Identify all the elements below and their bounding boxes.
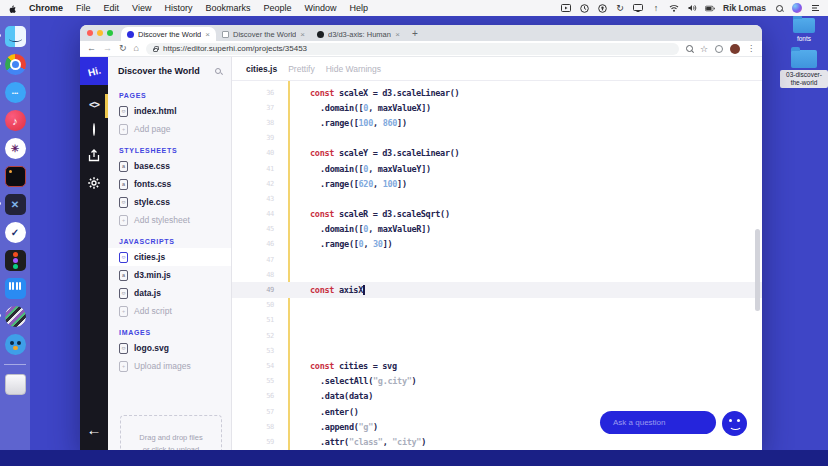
tab-superhi-editor[interactable]: Discover the World - Superhi × (121, 27, 216, 41)
code-line-45[interactable]: 45.domain([0, maxValueR]) (232, 222, 762, 237)
code-line-50[interactable]: 50 (232, 298, 762, 313)
code-view-icon[interactable]: <> (89, 99, 99, 110)
menu-people[interactable]: People (263, 3, 291, 13)
code-line-36[interactable]: 36const scaleX = d3.scaleLinear() (232, 85, 762, 100)
file-logo-svg[interactable]: ☺logo.svg (108, 339, 231, 357)
profile-avatar[interactable] (730, 44, 740, 54)
code-line-39[interactable]: 39 (232, 131, 762, 146)
desktop-folder-fonts[interactable]: fonts (776, 18, 828, 42)
zoom-level-icon[interactable] (686, 45, 693, 52)
hide-warnings-button[interactable]: Hide Warnings (326, 64, 381, 74)
code-line-40[interactable]: 40const scaleY = d3.scaleLinear() (232, 146, 762, 161)
menu-history[interactable]: History (164, 3, 192, 13)
add-stylesheet-button[interactable]: +Add stylesheet (108, 211, 231, 229)
editor-scrollbar[interactable] (755, 229, 760, 311)
code-line-41[interactable]: 41.domain([0, maxValueY]) (232, 161, 762, 176)
bird-app-icon[interactable] (5, 334, 26, 355)
back-arrow-button[interactable]: ← (80, 421, 108, 438)
code-line-52[interactable]: 52 (232, 328, 762, 343)
code-line-47[interactable]: 47 (232, 252, 762, 267)
settings-gear-icon[interactable] (87, 176, 101, 190)
apple-menu-icon[interactable] (8, 4, 17, 13)
file-dropzone[interactable]: Drag and drop files or click to upload (120, 415, 222, 450)
file-d3-min-js[interactable]: ad3.min.js (108, 266, 231, 284)
chrome-icon[interactable] (5, 54, 26, 75)
preview-eye-icon[interactable] (93, 124, 95, 135)
vinyl-app-icon[interactable] (5, 306, 26, 327)
reload-icon[interactable]: ↻ (119, 44, 127, 53)
desktop-folder-project[interactable]: 03-discover-the-world (776, 50, 828, 89)
home-icon[interactable]: ⌂ (134, 44, 139, 53)
code-line-55[interactable]: 55.selectAll("g.city") (232, 374, 762, 389)
music-icon[interactable]: ♪ (5, 110, 26, 131)
figma-icon[interactable] (5, 250, 26, 271)
minimize-window-button[interactable] (97, 30, 103, 36)
code-line-43[interactable]: 43 (232, 191, 762, 206)
code-line-42[interactable]: 42.range([620, 100]) (232, 176, 762, 191)
close-window-button[interactable] (87, 30, 93, 36)
file-fonts-css[interactable]: afonts.css (108, 175, 231, 193)
tab-close-icon[interactable]: × (205, 30, 210, 39)
spotlight-icon[interactable] (774, 3, 784, 13)
code-line-44[interactable]: 44const scaleR = d3.scaleSqrt() (232, 207, 762, 222)
code-line-37[interactable]: 37.domain([0, maxValueX]) (232, 100, 762, 115)
messages-icon[interactable] (5, 82, 26, 103)
finder-icon[interactable] (5, 26, 26, 47)
display-icon[interactable] (633, 3, 643, 13)
file-base-css[interactable]: abase.css (108, 157, 231, 175)
tab-close-icon[interactable]: × (300, 30, 305, 39)
prettify-button[interactable]: Prettify (288, 64, 314, 74)
menu-app-name[interactable]: Chrome (29, 3, 63, 13)
upload-images-button[interactable]: +Upload images (108, 357, 231, 375)
checkmark-app-icon[interactable]: ✓ (5, 222, 26, 243)
code-x-app-icon[interactable]: ✕ (5, 194, 26, 215)
password-manager-icon[interactable] (597, 3, 607, 13)
file-cities-js[interactable]: ☺cities.js (108, 248, 231, 266)
bookmark-star-icon[interactable]: ☆ (700, 44, 708, 54)
code-line-38[interactable]: 38.range([100, 860]) (232, 115, 762, 130)
superhi-logo[interactable]: Hi. (80, 57, 108, 85)
new-tab-button[interactable]: + (412, 28, 418, 39)
code-line-48[interactable]: 48 (232, 267, 762, 282)
code-line-54[interactable]: 54const cities = svg (232, 358, 762, 373)
tab-discover-world[interactable]: Discover the World × (216, 27, 311, 41)
arrow-up-icon[interactable]: ↑ (651, 3, 661, 13)
menu-file[interactable]: File (76, 3, 91, 13)
code-line-53[interactable]: 53 (232, 343, 762, 358)
file-data-js[interactable]: ☺data.js (108, 284, 231, 302)
ask-question-button[interactable]: Ask a question (600, 411, 716, 434)
notification-center-icon[interactable] (810, 3, 820, 13)
menu-window[interactable]: Window (304, 3, 336, 13)
address-bar[interactable]: https://editor.superhi.com/projects/3545… (146, 43, 679, 55)
sync-icon[interactable]: ↻ (615, 3, 625, 13)
help-smiley-button[interactable] (722, 411, 747, 436)
wifi-icon[interactable] (669, 3, 679, 13)
extension-icon[interactable] (715, 45, 723, 53)
forward-icon[interactable]: → (103, 44, 112, 53)
file-style-css[interactable]: ☺style.css (108, 193, 231, 211)
zoom-window-button[interactable] (107, 30, 113, 36)
code-line-46[interactable]: 46.range([0, 30]) (232, 237, 762, 252)
screen-icon[interactable] (561, 3, 571, 13)
code-line-56[interactable]: 56.data(data) (232, 389, 762, 404)
search-icon[interactable] (215, 68, 221, 74)
volume-icon[interactable] (687, 3, 697, 13)
tab-d3-axis-docs[interactable]: d3/d3-axis: Human-readabl × (311, 27, 406, 41)
add-script-button[interactable]: +Add script (108, 302, 231, 320)
chrome-menu-icon[interactable]: ⋮ (747, 44, 755, 53)
url-text[interactable]: https://editor.superhi.com/projects/3545… (163, 44, 307, 53)
intercom-icon[interactable] (5, 278, 26, 299)
file-index-html[interactable]: ☺index.html (108, 102, 231, 120)
menu-username[interactable]: Rik Lomas (723, 3, 766, 13)
code-line-59[interactable]: 59.attr("class", "city") (232, 434, 762, 449)
menu-bookmarks[interactable]: Bookmarks (205, 3, 250, 13)
back-icon[interactable]: ← (87, 44, 96, 53)
menu-edit[interactable]: Edit (104, 3, 120, 13)
siri-icon[interactable] (792, 3, 802, 13)
trash-icon[interactable] (5, 374, 26, 395)
menu-view[interactable]: View (132, 3, 151, 13)
add-page-button[interactable]: +Add page (108, 120, 231, 138)
share-upload-icon[interactable] (88, 149, 100, 162)
code-line-49[interactable]: 49const axisX (232, 282, 762, 297)
terminal-icon[interactable] (5, 166, 26, 187)
